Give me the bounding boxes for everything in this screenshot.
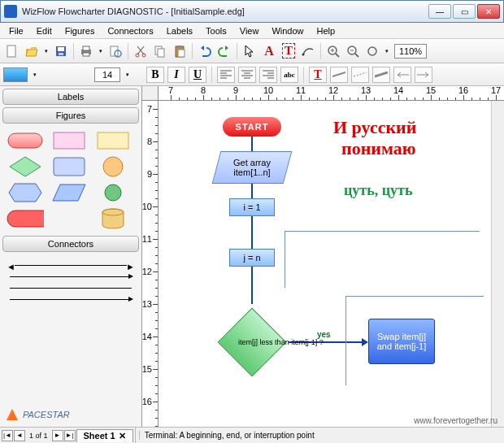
- svg-rect-6: [83, 53, 89, 56]
- connector: [251, 267, 253, 304]
- figure-process2[interactable]: [94, 129, 132, 152]
- node-get-array[interactable]: Get array item[1..n]: [212, 151, 293, 184]
- node-swap[interactable]: Swap item[j] and item[j-1]: [368, 319, 435, 364]
- connector-tool[interactable]: [299, 42, 317, 60]
- font-color-button[interactable]: T: [309, 67, 327, 83]
- align-left-button[interactable]: [217, 67, 235, 83]
- connector-arrow2[interactable]: [7, 293, 135, 305]
- font-size-input[interactable]: 14: [94, 67, 120, 82]
- figure-terminal[interactable]: [7, 129, 44, 152]
- print-preview-button[interactable]: [106, 42, 124, 60]
- window-title: WizFlow Flowcharter DIAGNOSTIC - [Initia…: [22, 7, 428, 16]
- arrow-right-button[interactable]: [415, 67, 432, 83]
- copy-button[interactable]: [151, 42, 169, 60]
- figure-data[interactable]: [50, 155, 88, 178]
- print-dropdown[interactable]: ▾: [97, 45, 105, 58]
- figure-pill[interactable]: [7, 207, 44, 230]
- zoom-in-button[interactable]: [324, 42, 342, 60]
- color-picker[interactable]: [3, 67, 28, 82]
- figure-decision[interactable]: [7, 155, 44, 178]
- node-decision[interactable]: item[j] less than item[j-1] ?: [226, 316, 278, 368]
- connectors-panel-header[interactable]: Connectors: [2, 236, 139, 252]
- menu-file[interactable]: File: [3, 24, 29, 37]
- font-size-dropdown[interactable]: ▾: [124, 68, 132, 81]
- paste-button[interactable]: [171, 42, 189, 60]
- menu-connectors[interactable]: Connectors: [102, 24, 159, 37]
- close-button[interactable]: ✕: [477, 4, 500, 19]
- arrow-left-button[interactable]: [393, 67, 411, 83]
- menu-window[interactable]: Window: [266, 24, 309, 37]
- figure-display[interactable]: [7, 181, 44, 204]
- figure-database[interactable]: [94, 207, 132, 230]
- line-style-1[interactable]: [330, 67, 348, 83]
- close-tab-icon[interactable]: ✕: [119, 431, 126, 441]
- svg-point-16: [302, 53, 305, 55]
- svg-rect-21: [54, 132, 85, 149]
- figures-palette: [0, 126, 141, 233]
- zoom-fit-button[interactable]: [363, 42, 381, 60]
- figure-process[interactable]: [50, 129, 88, 152]
- connector: [251, 137, 253, 151]
- save-button[interactable]: [52, 42, 70, 60]
- figure-circle-orange[interactable]: [94, 155, 132, 178]
- line-style-3[interactable]: [372, 67, 390, 83]
- bold-button[interactable]: B: [146, 67, 164, 83]
- first-page-button[interactable]: |◄: [2, 430, 13, 441]
- menu-help[interactable]: Help: [311, 24, 341, 37]
- pointer-tool[interactable]: [241, 42, 259, 60]
- menu-figures[interactable]: Figures: [59, 24, 101, 37]
- menu-bar: File Edit Figures Connectors Labels Tool…: [0, 23, 504, 39]
- text-tool-t[interactable]: T: [280, 42, 298, 60]
- toolbar-main: ▾ ▾ A T ▾ 110%: [0, 39, 504, 63]
- node-i1[interactable]: i = 1: [229, 198, 275, 216]
- connector-both-arrow[interactable]: ◄►: [7, 259, 135, 271]
- line-style-2[interactable]: [351, 67, 369, 83]
- text-russian-3[interactable]: цуть, цуть: [344, 182, 412, 199]
- open-dropdown[interactable]: ▾: [42, 45, 50, 58]
- node-start[interactable]: START: [223, 117, 281, 137]
- align-center-button[interactable]: [238, 67, 256, 83]
- status-bar: |◄ ◄ 1 of 1 ► ►| Sheet 1✕ Terminal: A be…: [0, 427, 504, 443]
- app-icon: [4, 5, 17, 18]
- underline-button[interactable]: U: [189, 67, 206, 83]
- text-russian-2[interactable]: понимаю: [341, 138, 416, 159]
- sheet-navigation: |◄ ◄ 1 of 1 ► ►| Sheet 1✕: [0, 428, 136, 443]
- menu-tools[interactable]: Tools: [200, 24, 232, 37]
- zoom-input[interactable]: 110%: [394, 44, 427, 59]
- connector-arrow[interactable]: [7, 271, 135, 282]
- svg-rect-3: [59, 53, 63, 55]
- figures-panel-header[interactable]: Figures: [2, 107, 139, 124]
- svg-rect-26: [7, 211, 44, 227]
- figure-circle-green[interactable]: [94, 181, 132, 204]
- italic-button[interactable]: I: [167, 67, 185, 83]
- menu-edit[interactable]: Edit: [31, 24, 58, 37]
- cut-button[interactable]: [132, 42, 150, 60]
- print-button[interactable]: [77, 42, 95, 60]
- text-tool-a[interactable]: A: [260, 42, 278, 60]
- last-page-button[interactable]: ►|: [64, 430, 76, 441]
- next-page-button[interactable]: ►: [52, 430, 63, 441]
- menu-view[interactable]: View: [234, 24, 265, 37]
- sheet-tab[interactable]: Sheet 1✕: [76, 429, 133, 442]
- new-button[interactable]: [3, 42, 21, 60]
- yes-label: yes: [317, 330, 331, 339]
- menu-labels[interactable]: Labels: [161, 24, 198, 37]
- undo-button[interactable]: [196, 42, 214, 60]
- node-jn[interactable]: j = n: [229, 249, 275, 267]
- redo-button[interactable]: [215, 42, 233, 60]
- connector-line[interactable]: [7, 282, 135, 293]
- zoom-out-button[interactable]: [344, 42, 362, 60]
- labels-panel-header[interactable]: Labels: [2, 89, 139, 105]
- prev-page-button[interactable]: ◄: [14, 430, 25, 441]
- maximize-button[interactable]: ▭: [453, 4, 476, 19]
- figure-io[interactable]: [50, 181, 88, 204]
- align-right-button[interactable]: [259, 67, 277, 83]
- text-russian-1[interactable]: И русский: [333, 117, 416, 138]
- open-button[interactable]: [23, 42, 41, 60]
- flowchart-canvas[interactable]: yes START Get array item[1..n] i = 1 j =…: [159, 101, 491, 427]
- abc-button[interactable]: abc: [280, 67, 298, 83]
- color-dropdown[interactable]: ▾: [31, 68, 39, 81]
- vertical-scrollbar[interactable]: [491, 101, 504, 427]
- minimize-button[interactable]: —: [428, 4, 451, 19]
- zoom-dropdown[interactable]: ▾: [383, 45, 391, 58]
